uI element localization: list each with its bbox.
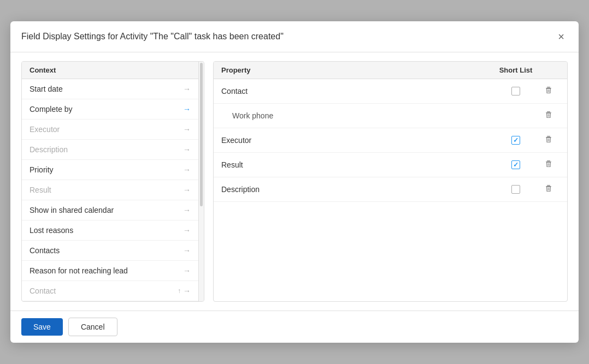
left-item-label-lost_reasons: Lost reasons (30, 226, 73, 235)
arrow-icon-result: → (183, 186, 191, 194)
delete-button-result[interactable] (543, 158, 554, 171)
left-item-label-reason_not_reaching: Reason for not reaching lead (30, 266, 128, 275)
svg-rect-16 (547, 185, 550, 186)
header-shortlist: Short List (494, 66, 538, 74)
right-row-executor: Executor (214, 128, 567, 153)
arrow-icon-contact: → (183, 287, 191, 295)
delete-button-description[interactable] (543, 183, 554, 196)
scrollbar-track[interactable] (198, 62, 204, 301)
right-row-description: Description (214, 177, 567, 202)
left-item-label-contact: Contact (30, 287, 56, 295)
arrow-icon-executor: → (183, 125, 191, 134)
right-row-label-contact: Contact (221, 87, 494, 96)
left-list-item-start_date[interactable]: Start date→ (22, 79, 198, 99)
delete-button-contact[interactable] (543, 85, 554, 98)
cancel-button[interactable]: Cancel (68, 318, 117, 336)
left-list-item-contact[interactable]: Contact↑→ (22, 281, 198, 301)
delete-button-executor[interactable] (543, 134, 554, 147)
modal-footer: Save Cancel (10, 311, 579, 343)
left-item-label-priority: Priority (30, 165, 54, 174)
checkbox-result[interactable] (511, 160, 520, 169)
right-row-shortlist-contact[interactable] (494, 87, 538, 96)
right-panel: Property Short List ContactWork phoneExe… (213, 61, 568, 302)
arrow-icon-start_date: → (183, 85, 191, 93)
right-rows-container: ContactWork phoneExecutorResultDescripti… (214, 79, 567, 202)
scrollbar-thumb[interactable] (200, 63, 203, 206)
close-button[interactable]: × (555, 30, 568, 43)
left-list-item-show_shared[interactable]: Show in shared calendar→ (22, 200, 198, 220)
delete-button-work_phone[interactable] (543, 109, 554, 122)
modal-container: Field Display Settings for Activity "The… (10, 21, 579, 343)
left-list-item-reason_not_reaching[interactable]: Reason for not reaching lead→ (22, 261, 198, 281)
checkbox-contact[interactable] (511, 87, 520, 96)
left-item-label-contacts: Contacts (30, 246, 60, 255)
svg-rect-4 (547, 111, 550, 112)
modal-header: Field Display Settings for Activity "The… (10, 21, 579, 52)
left-item-label-description: Description (30, 145, 68, 154)
svg-rect-9 (546, 137, 551, 138)
right-row-delete-work_phone (538, 109, 559, 122)
svg-rect-13 (546, 162, 551, 162)
right-row-shortlist-description[interactable] (494, 185, 538, 194)
right-row-delete-result (538, 158, 559, 171)
arrow-icon-description: → (183, 145, 191, 154)
two-panel: Context Start date→Complete by→Executor→… (21, 61, 568, 302)
svg-rect-1 (546, 88, 551, 88)
right-panel-header: Property Short List (214, 62, 567, 79)
modal-title: Field Display Settings for Activity "The… (21, 32, 284, 41)
left-list: Start date→Complete by→Executor→Descript… (22, 79, 198, 301)
checkbox-executor[interactable] (511, 136, 520, 145)
right-row-contact: Contact (214, 79, 567, 104)
right-panel-content: Property Short List ContactWork phoneExe… (214, 62, 567, 202)
left-panel-header: Context (22, 62, 198, 79)
left-list-item-result[interactable]: Result→ (22, 180, 198, 200)
right-row-work_phone: Work phone (214, 104, 567, 128)
svg-rect-8 (547, 136, 550, 137)
left-list-item-description[interactable]: Description→ (22, 140, 198, 160)
right-row-delete-contact (538, 85, 559, 98)
left-list-item-priority[interactable]: Priority→ (22, 160, 198, 180)
right-row-delete-executor (538, 134, 559, 147)
arrow-icon-show_shared: → (183, 206, 191, 214)
left-list-item-lost_reasons[interactable]: Lost reasons→ (22, 220, 198, 241)
left-item-label-complete_by: Complete by (30, 105, 73, 114)
left-panel: Context Start date→Complete by→Executor→… (21, 61, 204, 302)
arrow-icon-reason_not_reaching: → (183, 266, 191, 275)
right-row-label-description: Description (221, 185, 494, 194)
svg-rect-0 (547, 87, 550, 88)
svg-rect-17 (546, 186, 551, 187)
arrow-icon-complete_by: → (183, 105, 191, 114)
left-items-container: Context Start date→Complete by→Executor→… (22, 62, 198, 301)
left-list-item-executor[interactable]: Executor→ (22, 120, 198, 140)
svg-rect-12 (547, 160, 550, 162)
left-item-label-start_date: Start date (30, 85, 63, 93)
right-row-delete-description (538, 183, 559, 196)
arrow-icon-priority: → (183, 165, 191, 174)
left-item-label-executor: Executor (30, 125, 60, 134)
right-row-shortlist-executor[interactable] (494, 136, 538, 145)
left-item-label-result: Result (30, 186, 51, 194)
svg-rect-5 (546, 112, 551, 113)
right-row-label-work_phone: Work phone (221, 111, 494, 120)
left-item-label-show_shared: Show in shared calendar (30, 206, 114, 214)
right-row-label-result: Result (221, 160, 494, 169)
up-icon-contact[interactable]: ↑ (178, 287, 181, 295)
save-button[interactable]: Save (21, 318, 63, 336)
modal-body: Context Start date→Complete by→Executor→… (10, 52, 579, 311)
right-row-label-executor: Executor (221, 136, 494, 145)
checkbox-description[interactable] (511, 185, 520, 194)
right-row-result: Result (214, 153, 567, 177)
left-list-item-complete_by[interactable]: Complete by→ (22, 99, 198, 120)
arrow-icon-contacts: → (183, 246, 191, 255)
left-list-item-contacts[interactable]: Contacts→ (22, 241, 198, 261)
right-row-shortlist-result[interactable] (494, 160, 538, 169)
arrow-icon-lost_reasons: → (183, 226, 191, 235)
header-property: Property (221, 66, 494, 74)
